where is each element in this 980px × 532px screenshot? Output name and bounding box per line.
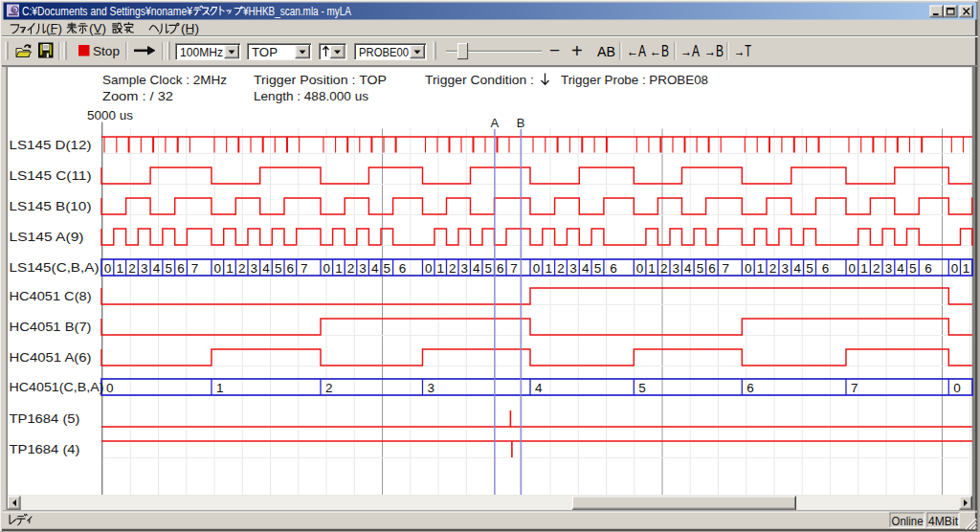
svg-text:LS145 A(9): LS145 A(9): [10, 230, 84, 244]
svg-text:Trigger Position : TOP: Trigger Position : TOP: [254, 73, 387, 87]
svg-text:4: 4: [793, 261, 801, 276]
svg-text:6: 6: [497, 261, 504, 276]
svg-text:100MHz: 100MHz: [180, 46, 223, 59]
svg-text:6: 6: [746, 381, 754, 395]
svg-text:(H): (H): [181, 22, 199, 35]
svg-text:3: 3: [428, 381, 435, 395]
svg-text:7: 7: [191, 261, 199, 276]
svg-text:4: 4: [535, 381, 543, 395]
svg-text:←A: ←A: [627, 43, 646, 59]
svg-text:3: 3: [569, 261, 577, 276]
svg-text:2: 2: [873, 261, 880, 276]
svg-text:C:¥Documents and Settings¥nona: C:¥Documents and Settings¥noname¥: [22, 5, 192, 18]
svg-text:1: 1: [545, 261, 552, 276]
svg-text:3: 3: [251, 261, 258, 276]
svg-text:TP1684 (4): TP1684 (4): [10, 442, 80, 456]
svg-text:Sample Clock : 2MHz: Sample Clock : 2MHz: [102, 73, 227, 87]
svg-text:TP1684 (5): TP1684 (5): [10, 411, 80, 426]
svg-text:0: 0: [323, 261, 331, 276]
svg-text:6: 6: [610, 261, 617, 276]
svg-text:1: 1: [335, 261, 343, 276]
svg-text:6: 6: [708, 261, 716, 276]
svg-text:4: 4: [684, 261, 692, 276]
svg-text:4: 4: [371, 261, 379, 276]
svg-text:6: 6: [399, 261, 407, 276]
svg-text:1: 1: [963, 261, 970, 276]
svg-text:TOP: TOP: [252, 46, 278, 59]
svg-text:7: 7: [301, 261, 308, 276]
svg-text:2: 2: [557, 261, 565, 276]
svg-text:HC4051(C,B,A): HC4051(C,B,A): [10, 380, 104, 394]
svg-text:3: 3: [359, 261, 367, 276]
svg-text:5: 5: [484, 261, 492, 276]
svg-text:HC4051 A(6): HC4051 A(6): [10, 350, 92, 365]
svg-text:4: 4: [582, 261, 590, 276]
svg-text:+: +: [571, 40, 583, 61]
svg-text:PROBE00: PROBE00: [359, 46, 409, 59]
svg-text:−: −: [549, 40, 560, 60]
svg-text:1: 1: [226, 261, 234, 276]
svg-text:2: 2: [325, 381, 333, 395]
svg-text:→B: →B: [704, 43, 724, 59]
svg-text:7: 7: [722, 261, 729, 276]
svg-text:6: 6: [924, 261, 932, 276]
svg-text:6: 6: [287, 261, 295, 276]
svg-text:Online: Online: [892, 515, 924, 528]
svg-text:3: 3: [782, 261, 790, 276]
svg-text:0: 0: [106, 381, 114, 395]
svg-text:0: 0: [745, 261, 752, 276]
svg-text:5000 us: 5000 us: [87, 108, 134, 122]
svg-text:LS145 B(10): LS145 B(10): [10, 199, 92, 213]
svg-text:2: 2: [449, 261, 457, 276]
svg-text:1: 1: [648, 261, 656, 276]
svg-text:0: 0: [214, 261, 222, 276]
svg-text:Trigger Probe : PROBE08: Trigger Probe : PROBE08: [561, 73, 708, 87]
svg-text:LS145 D(12): LS145 D(12): [10, 138, 92, 152]
svg-text:2: 2: [238, 261, 246, 276]
svg-text:4: 4: [897, 261, 904, 276]
svg-text:4MBit: 4MBit: [928, 515, 959, 528]
svg-text:(F): (F): [46, 22, 62, 35]
svg-text:5: 5: [275, 261, 282, 276]
svg-text:0: 0: [849, 261, 857, 276]
svg-text:5: 5: [594, 261, 602, 276]
svg-text:5: 5: [166, 261, 173, 276]
svg-text:2: 2: [660, 261, 668, 276]
svg-text:3: 3: [460, 261, 468, 276]
svg-text:0: 0: [636, 261, 644, 276]
svg-text:5: 5: [638, 381, 646, 395]
svg-text:A: A: [491, 116, 500, 130]
svg-text:←B: ←B: [650, 43, 669, 59]
svg-text:4: 4: [153, 261, 161, 276]
svg-text:1: 1: [757, 261, 765, 276]
svg-text:Trigger Condition :: Trigger Condition :: [425, 73, 534, 87]
svg-text:4: 4: [262, 261, 270, 276]
svg-text:1: 1: [116, 261, 123, 276]
svg-text:3: 3: [885, 261, 893, 276]
svg-text:2: 2: [769, 261, 777, 276]
svg-text:(V): (V): [89, 22, 106, 35]
svg-text:4: 4: [473, 261, 480, 276]
svg-text:6: 6: [822, 261, 830, 276]
svg-text:5: 5: [806, 261, 813, 276]
svg-text:LS145(C,B,A): LS145(C,B,A): [10, 260, 100, 275]
svg-text:5: 5: [384, 261, 391, 276]
svg-text:0: 0: [533, 261, 541, 276]
svg-text:5: 5: [697, 261, 704, 276]
svg-text:HC4051 B(7): HC4051 B(7): [10, 320, 92, 334]
svg-text:2: 2: [347, 261, 355, 276]
svg-text:¥HHKB_scan.mla - myLA: ¥HHKB_scan.mla - myLA: [242, 5, 351, 18]
svg-text:3: 3: [672, 261, 679, 276]
svg-text:Length : 488.000 us: Length : 488.000 us: [254, 89, 369, 103]
svg-text:7: 7: [510, 261, 518, 276]
svg-text:→A: →A: [680, 43, 700, 59]
svg-text:Stop: Stop: [93, 44, 120, 58]
svg-text:→T: →T: [734, 43, 751, 59]
svg-text:1: 1: [860, 261, 868, 276]
svg-text:5: 5: [909, 261, 917, 276]
svg-text:0: 0: [425, 261, 433, 276]
svg-text:LS145 C(11): LS145 C(11): [10, 168, 92, 183]
svg-text:0: 0: [951, 261, 959, 276]
svg-text:B: B: [517, 116, 525, 130]
svg-text:3: 3: [141, 261, 148, 276]
